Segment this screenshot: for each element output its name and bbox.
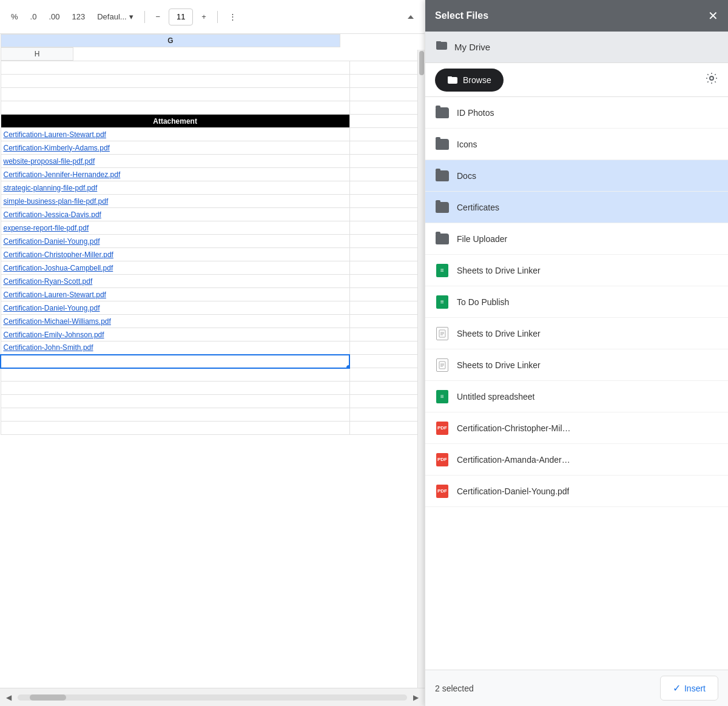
table-row: website-proposal-file-pdf.pdf	[1, 155, 425, 168]
folder-icon	[435, 169, 450, 183]
insert-button[interactable]: ✓ Insert	[660, 676, 718, 701]
scrollbar-thumb[interactable]	[419, 51, 424, 75]
sheets-icon: ≡	[435, 389, 450, 404]
my-drive-bar[interactable]: My Drive	[425, 32, 728, 63]
file-name: Sheets to Drive Linker	[457, 360, 541, 370]
list-item[interactable]: ≡ To Do Publish	[425, 286, 728, 318]
doc-icon	[435, 326, 450, 341]
file-cell[interactable]: website-proposal-file-pdf.pdf	[1, 155, 349, 168]
spreadsheet-area: % .0 .00 123 Defaul... ▾ − 11 + ⋮ G H	[0, 0, 425, 706]
table-row: Certification-Jennifer-Hernandez.pdf	[1, 168, 425, 181]
decrease-font-button[interactable]: −	[152, 10, 164, 24]
list-item[interactable]: ≡ Sheets to Drive Linker	[425, 255, 728, 286]
panel-title: Select Files	[435, 10, 488, 21]
file-cell[interactable]: strategic-planning-file-pdf.pdf	[1, 181, 349, 195]
settings-button[interactable]	[705, 72, 718, 88]
table-row	[1, 422, 425, 435]
table-row: Certification-Jessica-Davis.pdf	[1, 208, 425, 221]
close-button[interactable]: ✕	[708, 10, 718, 22]
grid-container: G H Attachement Certification-Lauren-Ste…	[0, 34, 425, 688]
list-item[interactable]: File Uploader	[425, 223, 728, 255]
file-name: Certification-Amanda-Ander…	[457, 455, 570, 465]
pdf-icon: PDF	[435, 484, 450, 499]
h-scroll-track[interactable]	[18, 694, 407, 701]
browse-button[interactable]: Browse	[435, 69, 504, 92]
list-item-docs[interactable]: Docs	[425, 160, 728, 192]
list-item[interactable]: PDF Certification-Daniel-Young.pdf	[425, 476, 728, 507]
table-row	[1, 395, 425, 408]
chevron-up-icon	[408, 15, 414, 19]
file-cell[interactable]: Certification-Lauren-Stewart.pdf	[1, 288, 349, 301]
vertical-scrollbar[interactable]	[417, 50, 425, 688]
file-name: Sheets to Drive Linker	[457, 266, 541, 275]
cell-h-empty[interactable]	[349, 61, 424, 75]
table-row	[1, 101, 425, 115]
col-g-header[interactable]: G	[1, 34, 340, 47]
collapse-button[interactable]	[404, 13, 417, 21]
selected-cell[interactable]	[1, 355, 349, 368]
list-item[interactable]: Sheets to Drive Linker	[425, 349, 728, 381]
file-cell[interactable]: Certification-Jessica-Davis.pdf	[1, 208, 349, 221]
svg-rect-1	[436, 41, 441, 43]
scroll-right-button[interactable]: ▶	[410, 692, 422, 703]
file-cell[interactable]: Certification-Ryan-Scott.pdf	[1, 275, 349, 288]
more-options-button[interactable]: ⋮	[225, 10, 240, 24]
table-row	[1, 368, 425, 382]
folder-icon	[435, 106, 450, 120]
panel-footer: 2 selected ✓ Insert	[425, 670, 728, 706]
file-name: Sheets to Drive Linker	[457, 329, 541, 338]
decimal-zero-button[interactable]: .0	[27, 10, 41, 24]
font-size-input[interactable]: 11	[169, 8, 193, 25]
file-name: Certification-Daniel-Young.pdf	[457, 486, 569, 496]
list-item[interactable]: PDF Certification-Amanda-Ander…	[425, 444, 728, 476]
table-row: Certification-Kimberly-Adams.pdf	[1, 141, 425, 155]
file-cell[interactable]: Certification-Daniel-Young.pdf	[1, 301, 349, 315]
browse-row: Browse	[425, 63, 728, 97]
col-h-header[interactable]: H	[1, 47, 73, 61]
list-item[interactable]: ID Photos	[425, 97, 728, 129]
file-cell[interactable]: expense-report-file-pdf.pdf	[1, 221, 349, 235]
file-cell[interactable]: Certification-Michael-Williams.pdf	[1, 315, 349, 328]
list-item[interactable]: PDF Certification-Christopher-Mil…	[425, 412, 728, 444]
file-list: ID Photos Icons Docs Certificates	[425, 97, 728, 670]
pdf-icon: PDF	[435, 452, 450, 467]
decimal-zeros-button[interactable]: .00	[45, 10, 63, 24]
file-cell[interactable]: Certification-Christopher-Miller.pdf	[1, 248, 349, 261]
browse-icon	[447, 75, 458, 86]
file-cell[interactable]: Certification-Emily-Johnson.pdf	[1, 328, 349, 341]
gear-icon	[705, 72, 718, 85]
file-name: ID Photos	[457, 108, 494, 118]
cell-g-empty[interactable]	[1, 61, 349, 75]
cell-handle[interactable]	[346, 365, 349, 368]
list-item-certificates[interactable]: Certificates	[425, 192, 728, 223]
file-cell[interactable]: Certification-John-Smith.pdf	[1, 341, 349, 355]
doc-icon	[435, 358, 450, 372]
list-item[interactable]: Sheets to Drive Linker	[425, 318, 728, 349]
font-family-label: Defaul...	[97, 12, 126, 21]
table-row	[1, 88, 425, 101]
table-row	[1, 355, 425, 368]
scroll-left-button[interactable]: ◀	[2, 692, 15, 703]
file-cell[interactable]: Certification-Daniel-Young.pdf	[1, 235, 349, 248]
attachment-header-cell[interactable]: Attachement	[1, 115, 349, 128]
increase-font-button[interactable]: +	[198, 10, 210, 24]
spreadsheet-grid: G H Attachement Certification-Lauren-Ste…	[0, 34, 425, 435]
table-row: Certification-Michael-Williams.pdf	[1, 315, 425, 328]
numeric-button[interactable]: 123	[68, 10, 89, 24]
list-item[interactable]: ≡ Untitled spreadsheet	[425, 381, 728, 412]
drive-icon	[435, 39, 448, 55]
font-family-dropdown[interactable]: Defaul... ▾	[93, 10, 136, 24]
h-scroll-thumb[interactable]	[30, 694, 66, 701]
horizontal-scrollbar[interactable]: ◀ ▶	[0, 688, 425, 706]
file-cell[interactable]: Certification-Joshua-Campbell.pdf	[1, 261, 349, 275]
list-item[interactable]: Icons	[425, 129, 728, 160]
file-cell[interactable]: Certification-Lauren-Stewart.pdf	[1, 128, 349, 141]
percent-button[interactable]: %	[7, 10, 22, 24]
file-cell[interactable]: Certification-Kimberly-Adams.pdf	[1, 141, 349, 155]
file-cell[interactable]: simple-business-plan-file-pdf.pdf	[1, 195, 349, 208]
table-row: Certification-Ryan-Scott.pdf	[1, 275, 425, 288]
table-row: expense-report-file-pdf.pdf	[1, 221, 425, 235]
file-name: To Do Publish	[457, 297, 509, 307]
checkmark-icon: ✓	[673, 682, 681, 694]
file-cell[interactable]: Certification-Jennifer-Hernandez.pdf	[1, 168, 349, 181]
